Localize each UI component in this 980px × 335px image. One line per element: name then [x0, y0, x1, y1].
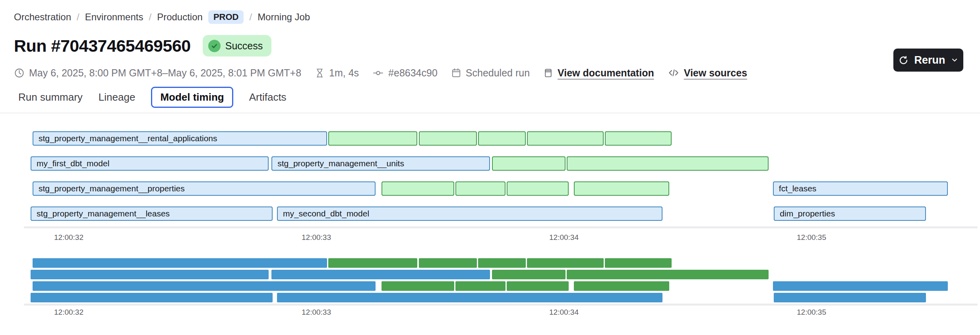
chevron-down-icon: [951, 56, 959, 64]
view-sources-link[interactable]: View sources: [684, 67, 747, 79]
trigger-type-text: Scheduled run: [466, 67, 530, 79]
minimap-bar: [507, 281, 569, 291]
axis-tick-label: 12:00:34: [549, 233, 579, 242]
breadcrumb-morning-job[interactable]: Morning Job: [258, 12, 310, 23]
timing-bar[interactable]: [382, 181, 454, 196]
timing-bar[interactable]: [527, 131, 604, 146]
commit-ref-text: #e8634c90: [388, 67, 438, 79]
tab-bar-divider: [0, 113, 980, 113]
status-badge-label: Success: [225, 40, 263, 52]
minimap-bar: [774, 293, 926, 302]
minimap-bar: [419, 258, 477, 268]
trigger-type: Scheduled run: [451, 67, 530, 79]
documentation-icon: [543, 68, 553, 78]
timing-bar-label: my_first_dbt_model: [31, 157, 268, 169]
timing-bar-label: dim_properties: [775, 207, 925, 220]
minimap-bar: [605, 258, 672, 268]
breadcrumb-separator: /: [77, 12, 79, 23]
minimap-bar: [277, 293, 662, 302]
timing-bar-label: my_second_dbt_model: [278, 207, 662, 220]
timing-bar[interactable]: [419, 131, 477, 146]
minimap-bar: [574, 281, 669, 291]
timing-bar[interactable]: stg_property_management__units: [271, 156, 490, 171]
axis-tick-label: 12:00:33: [302, 233, 331, 242]
timing-bar[interactable]: stg_property_management__rental_applicat…: [33, 131, 327, 146]
view-sources[interactable]: View sources: [668, 67, 747, 79]
run-duration: 1m, 4s: [315, 67, 359, 79]
breadcrumb-separator: /: [149, 12, 151, 23]
rerun-button[interactable]: Rerun: [893, 49, 963, 72]
code-icon: [668, 67, 680, 79]
breadcrumb-production[interactable]: Production: [157, 12, 203, 23]
timing-bar[interactable]: fct_leases: [773, 181, 948, 196]
timing-bar[interactable]: [328, 131, 417, 146]
axis-tick-label: 12:00:32: [54, 233, 83, 242]
timing-bar-label: fct_leases: [774, 182, 947, 195]
timing-bar-label: stg_property_management__units: [272, 157, 489, 169]
timing-bar[interactable]: my_first_dbt_model: [31, 156, 269, 171]
minimap-bar: [271, 270, 490, 279]
minimap-bar: [492, 270, 566, 279]
tab-lineage[interactable]: Lineage: [99, 87, 136, 108]
timing-bar[interactable]: [478, 131, 526, 146]
timing-bar[interactable]: [605, 131, 672, 146]
timing-bar[interactable]: [567, 156, 769, 171]
axis-tick-label: 12:00:35: [797, 233, 826, 242]
run-time-range-text: May 6, 2025, 8:00 PM GMT+8–May 6, 2025, …: [29, 67, 301, 79]
minimap-bar: [31, 293, 273, 302]
minimap-bar: [455, 281, 505, 291]
timing-bar-label: stg_property_management__leases: [31, 207, 272, 220]
minimap-bar: [33, 281, 376, 291]
tab-artifacts[interactable]: Artifacts: [249, 87, 287, 108]
timing-bar[interactable]: [455, 181, 505, 196]
view-documentation[interactable]: View documentation: [543, 67, 654, 79]
breadcrumb: Orchestration / Environments / Productio…: [14, 10, 310, 24]
timing-bar-label: stg_property_management__rental_applicat…: [33, 132, 326, 144]
minimap-bar: [382, 281, 454, 291]
status-badge: Success: [203, 35, 271, 56]
timing-bar[interactable]: stg_property_management__properties: [33, 181, 376, 196]
timing-bar[interactable]: my_second_dbt_model: [277, 206, 662, 221]
view-documentation-link[interactable]: View documentation: [558, 67, 654, 79]
commit-icon: [372, 67, 384, 79]
minimap-bar: [31, 270, 269, 279]
axis-tick-label: 12:00:33: [302, 308, 331, 317]
title-row: Run #70437465469560 Success: [14, 35, 271, 56]
run-detail-page: Orchestration / Environments / Productio…: [0, 0, 980, 335]
minimap-bar: [33, 258, 327, 268]
breadcrumb-environments[interactable]: Environments: [85, 12, 143, 23]
minimap-bar: [567, 270, 769, 279]
minimap-bar: [478, 258, 526, 268]
breadcrumb-separator: /: [249, 12, 252, 23]
environment-badge: PROD: [208, 10, 244, 24]
minimap-bar: [773, 281, 948, 291]
calendar-icon: [451, 68, 461, 78]
axis-tick-label: 12:00:35: [797, 308, 826, 317]
page-title: Run #70437465469560: [14, 36, 191, 56]
run-metadata-row: May 6, 2025, 8:00 PM GMT+8–May 6, 2025, …: [14, 67, 747, 79]
breadcrumb-orchestration[interactable]: Orchestration: [14, 12, 71, 23]
timing-bar[interactable]: [507, 181, 569, 196]
run-time-range: May 6, 2025, 8:00 PM GMT+8–May 6, 2025, …: [14, 67, 301, 79]
minimap-bar: [328, 258, 417, 268]
timing-bar[interactable]: dim_properties: [774, 206, 926, 221]
rerun-button-label: Rerun: [914, 54, 945, 66]
clock-icon: [14, 68, 25, 78]
success-check-icon: [208, 40, 221, 52]
axis-tick-label: 12:00:34: [549, 308, 579, 317]
timing-bar-label: stg_property_management__properties: [33, 182, 375, 195]
refresh-icon: [898, 55, 909, 66]
timing-bar[interactable]: stg_property_management__leases: [31, 206, 273, 221]
scrollbar-track: [24, 304, 978, 306]
commit-ref: #e8634c90: [372, 67, 438, 79]
run-duration-text: 1m, 4s: [329, 67, 359, 79]
minimap-bar: [527, 258, 604, 268]
tab-bar: Run summary Lineage Model timing Artifac…: [18, 87, 287, 108]
timing-bar[interactable]: [574, 181, 669, 196]
axis-tick-label: 12:00:32: [54, 308, 83, 317]
scrollbar-track: [24, 226, 978, 228]
tab-run-summary[interactable]: Run summary: [18, 87, 83, 108]
hourglass-icon: [315, 68, 325, 78]
timing-bar[interactable]: [492, 156, 566, 171]
tab-model-timing[interactable]: Model timing: [151, 87, 233, 108]
